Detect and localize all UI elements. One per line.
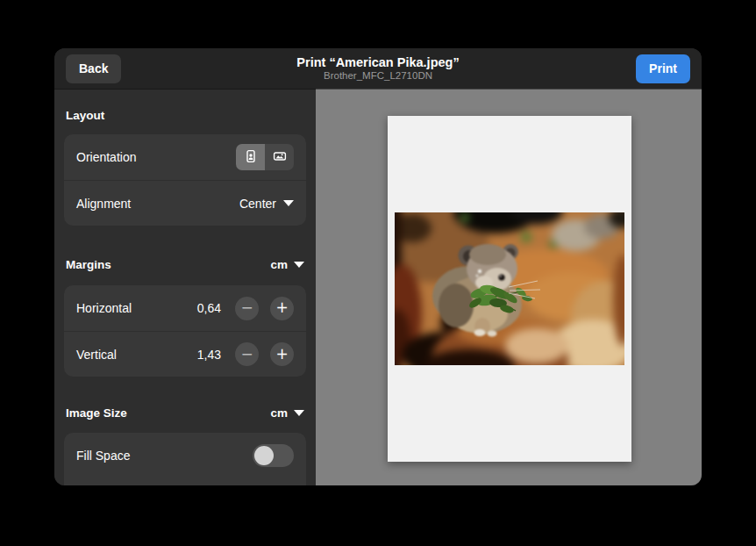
image-size-unit-value: cm (270, 406, 288, 420)
margins-unit-dropdown[interactable]: cm (270, 258, 304, 271)
image-size-unit-dropdown[interactable]: cm (270, 406, 304, 420)
vertical-margin-value: 1,43 (197, 348, 221, 362)
chevron-down-icon (283, 200, 294, 206)
chevron-down-icon (294, 262, 304, 268)
layout-card: Orientation (64, 134, 306, 226)
orientation-segmented-control (236, 144, 294, 170)
fill-space-label: Fill Space (76, 449, 253, 463)
image-size-section-title: Image Size (66, 406, 127, 420)
image-size-card: Fill Space (64, 433, 306, 485)
horizontal-margin-row: Horizontal 0,64 − + (64, 285, 306, 331)
print-button[interactable]: Print (636, 54, 690, 83)
alignment-row: Alignment Center (64, 180, 306, 226)
portrait-page-icon (244, 149, 258, 166)
horizontal-margin-decrease-button[interactable]: − (235, 297, 259, 320)
chevron-down-icon (294, 410, 304, 416)
header-titles: Print “American Pika.jpeg” Brother_MFC_L… (160, 48, 596, 89)
print-preview-area (316, 89, 702, 485)
horizontal-margin-label: Horizontal (76, 301, 197, 315)
dialog-title: Print “American Pika.jpeg” (296, 55, 459, 70)
back-button[interactable]: Back (66, 54, 121, 83)
alignment-dropdown[interactable]: Center (239, 197, 294, 211)
fill-space-switch[interactable] (253, 444, 294, 467)
vertical-margin-label: Vertical (76, 348, 197, 362)
alignment-value: Center (239, 197, 276, 211)
print-dialog: Back Print “American Pika.jpeg” Brother_… (54, 48, 702, 485)
vertical-margin-decrease-button[interactable]: − (235, 342, 259, 366)
fill-space-row: Fill Space (64, 433, 306, 478)
switch-knob (254, 446, 274, 465)
vertical-margin-row: Vertical 1,43 − + (64, 331, 306, 377)
alignment-label: Alignment (76, 197, 239, 211)
orientation-portrait-button[interactable] (236, 144, 265, 170)
preview-page (388, 116, 631, 462)
margins-unit-value: cm (270, 258, 288, 271)
orientation-landscape-button[interactable] (265, 144, 294, 170)
printer-name: Brother_MFC_L2710DN (324, 70, 432, 82)
margins-section-header: Margins cm (66, 257, 304, 271)
layout-section-title: Layout (66, 109, 104, 122)
layout-section-header: Layout (66, 108, 304, 122)
print-preview-image (395, 212, 624, 365)
header-bar: Back Print “American Pika.jpeg” Brother_… (54, 48, 702, 89)
image-size-section-header: Image Size cm (66, 406, 304, 420)
landscape-photo-icon (273, 149, 287, 166)
horizontal-margin-value: 0,64 (197, 301, 221, 315)
orientation-label: Orientation (76, 150, 236, 164)
margins-card: Horizontal 0,64 − + Vertical 1,43 − + (64, 285, 306, 377)
horizontal-margin-increase-button[interactable]: + (270, 297, 294, 320)
orientation-row: Orientation (64, 134, 306, 180)
margins-section-title: Margins (66, 258, 111, 271)
vertical-margin-increase-button[interactable]: + (270, 342, 294, 366)
settings-sidebar[interactable]: Layout Orientation (54, 89, 316, 485)
